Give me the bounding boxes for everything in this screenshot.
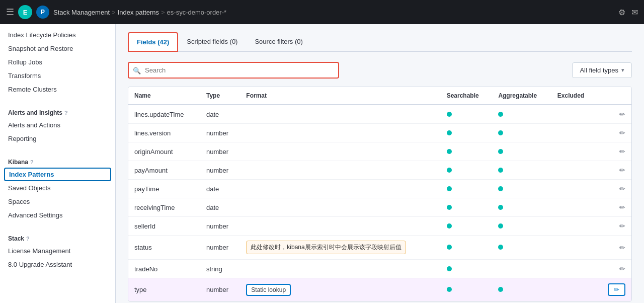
- field-name: payAmount: [128, 161, 200, 180]
- table-row: payTimedate✏: [128, 180, 631, 198]
- edit-icon[interactable]: ✏: [619, 222, 625, 230]
- edit-icon[interactable]: ✏: [619, 185, 625, 193]
- field-edit-cell: ✏: [597, 142, 631, 161]
- breadcrumb-pattern: es-syc-demo-order-*: [167, 9, 226, 16]
- edit-icon[interactable]: ✏: [619, 203, 625, 211]
- field-edit-cell: ✏: [597, 217, 631, 236]
- field-aggregatable: [492, 161, 551, 180]
- sidebar: Index Lifecycle Policies Snapshot and Re…: [0, 24, 116, 303]
- tab-source-filters[interactable]: Source filters (0): [246, 32, 311, 52]
- field-name: receivingTime: [128, 198, 200, 217]
- field-type: number: [200, 161, 240, 180]
- field-type-filter[interactable]: All field types ▾: [572, 62, 632, 78]
- edit-icon[interactable]: ✏: [619, 244, 625, 252]
- sidebar-item-saved-objects[interactable]: Saved Objects: [0, 181, 115, 195]
- sidebar-heading-kibana: Kibana ?: [0, 154, 115, 168]
- tab-fields[interactable]: Fields (42): [128, 32, 178, 52]
- sidebar-item-remote[interactable]: Remote Clusters: [0, 83, 115, 96]
- col-searchable: Searchable: [441, 87, 493, 105]
- edit-button-highlighted[interactable]: ✏: [608, 283, 625, 296]
- field-format: [240, 198, 440, 217]
- sidebar-item-license[interactable]: License Management: [0, 244, 115, 258]
- sidebar-item-alerts-actions[interactable]: Alerts and Actions: [0, 118, 115, 132]
- table-row: lines.updateTimedate✏: [128, 105, 631, 124]
- search-icon: 🔍: [133, 66, 141, 74]
- field-edit-cell: ✏: [597, 260, 631, 278]
- edit-icon[interactable]: ✏: [619, 166, 625, 174]
- edit-icon[interactable]: ✏: [619, 110, 625, 118]
- sidebar-item-spaces[interactable]: Spaces: [0, 195, 115, 208]
- field-edit-cell: ✏: [597, 236, 631, 260]
- field-type: date: [200, 105, 240, 124]
- field-annotation: 此处修改时，kibana展示索引时中会展示该字段映射后值: [246, 241, 406, 254]
- sidebar-item-lifecycle[interactable]: Index Lifecycle Policies: [0, 28, 115, 42]
- field-aggregatable: [492, 124, 551, 142]
- table-row: payAmountnumber✏: [128, 161, 631, 180]
- field-aggregatable: [492, 198, 551, 217]
- tab-scripted-fields[interactable]: Scripted fields (0): [178, 32, 246, 52]
- field-aggregatable: [492, 142, 551, 161]
- stack-help-icon[interactable]: ?: [26, 236, 30, 242]
- fields-table: Name Type Format Searchable Aggregatable…: [128, 87, 632, 301]
- sidebar-item-reporting[interactable]: Reporting: [0, 132, 115, 145]
- menu-icon[interactable]: ☰: [6, 7, 14, 18]
- col-aggregatable: Aggregatable: [492, 87, 551, 105]
- sidebar-item-transforms[interactable]: Transforms: [0, 69, 115, 83]
- breadcrumb-sep2: >: [161, 9, 165, 16]
- field-type: number: [200, 142, 240, 161]
- user-avatar[interactable]: P: [36, 6, 49, 19]
- sidebar-section-top: Index Lifecycle Policies Snapshot and Re…: [0, 24, 115, 100]
- field-format: [240, 260, 440, 278]
- field-edit-cell: ✏: [597, 198, 631, 217]
- field-searchable: [441, 105, 493, 124]
- breadcrumb-index-patterns[interactable]: Index patterns: [118, 9, 159, 16]
- field-aggregatable: [492, 105, 551, 124]
- field-excluded: [551, 236, 597, 260]
- col-type: Type: [200, 87, 240, 105]
- field-type: string: [200, 260, 240, 278]
- sidebar-item-upgrade[interactable]: 8.0 Upgrade Assistant: [0, 258, 115, 271]
- table-row: receivingTimedate✏: [128, 198, 631, 217]
- mail-icon[interactable]: ✉: [631, 8, 638, 17]
- field-excluded: [551, 161, 597, 180]
- filter-label: All field types: [580, 66, 618, 74]
- field-format: [240, 161, 440, 180]
- field-searchable: [441, 161, 493, 180]
- sidebar-item-index-patterns[interactable]: Index Patterns: [4, 168, 111, 181]
- field-aggregatable: [492, 217, 551, 236]
- table-row: typenumberStatic lookup✏: [128, 278, 631, 301]
- field-searchable: [441, 260, 493, 278]
- field-searchable: [441, 236, 493, 260]
- field-format: [240, 105, 440, 124]
- search-input-wrap: 🔍: [128, 62, 339, 79]
- sidebar-heading-alerts: Alerts and Insights ?: [0, 104, 115, 118]
- breadcrumb: Stack Management > Index patterns > es-s…: [53, 9, 614, 16]
- col-excluded: Excluded: [551, 87, 597, 105]
- field-excluded: [551, 217, 597, 236]
- breadcrumb-app[interactable]: Stack Management: [53, 9, 110, 16]
- field-format: [240, 142, 440, 161]
- sidebar-item-snapshot[interactable]: Snapshot and Restore: [0, 42, 115, 55]
- edit-icon[interactable]: ✏: [619, 129, 625, 137]
- sidebar-item-advanced-settings[interactable]: Advanced Settings: [0, 208, 115, 222]
- search-input[interactable]: [128, 62, 339, 79]
- edit-icon[interactable]: ✏: [619, 147, 625, 156]
- field-format: Static lookup: [240, 278, 440, 301]
- alerts-help-icon[interactable]: ?: [64, 110, 68, 116]
- sidebar-heading-alerts-label: Alerts and Insights: [8, 109, 62, 116]
- field-format: [240, 217, 440, 236]
- top-nav: ☰ E P Stack Management > Index patterns …: [0, 0, 644, 24]
- field-edit-cell: ✏: [597, 180, 631, 198]
- kibana-help-icon[interactable]: ?: [30, 159, 34, 165]
- field-edit-cell: ✏: [597, 124, 631, 142]
- field-excluded: [551, 180, 597, 198]
- col-actions: [597, 87, 631, 105]
- field-name: tradeNo: [128, 260, 200, 278]
- edit-icon[interactable]: ✏: [619, 265, 625, 273]
- nav-actions: ⚙ ✉: [618, 8, 638, 17]
- field-name: sellerId: [128, 217, 200, 236]
- field-name: payTime: [128, 180, 200, 198]
- table-row: originAmountnumber✏: [128, 142, 631, 161]
- settings-icon[interactable]: ⚙: [618, 8, 625, 17]
- sidebar-item-rollup[interactable]: Rollup Jobs: [0, 55, 115, 69]
